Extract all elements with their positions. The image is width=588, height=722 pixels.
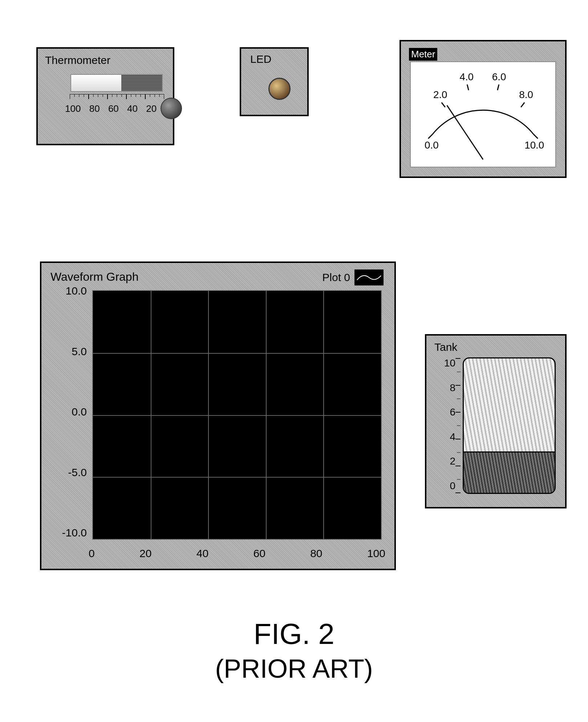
thermometer-indicator: Thermometer 100 80 60 40 20 0 [36,47,174,145]
tank-tick: 4 [437,431,455,443]
tank-scale-labels: 10 8 6 4 2 0 [437,357,455,492]
thermo-tick: 60 [108,103,119,114]
figure-subtitle: (PRIOR ART) [0,654,588,684]
svg-line-26 [521,102,524,107]
thermometer-bulb-icon [161,98,182,119]
x-tick: 40 [196,547,208,560]
y-tick: 10.0 [52,285,87,297]
svg-line-28 [447,105,483,159]
meter-dial-icon: 0.0 2.0 4.0 6.0 8.0 10.0 [411,62,555,167]
legend-swatch-icon [354,269,384,285]
waveform-graph: Waveform Graph Plot 0 10.0 5.0 0.0 -5.0 … [40,261,396,570]
svg-line-27 [534,134,538,139]
meter-tick: 0.0 [425,139,439,151]
tank-tick: 6 [437,406,455,418]
graph-x-axis-labels: 0 20 40 60 80 100 [89,547,385,560]
svg-line-24 [467,85,469,90]
meter-label: Meter [409,48,437,61]
x-tick: 20 [139,547,151,560]
tank-fill [464,451,555,493]
thermometer-tick-labels: 100 80 60 40 20 0 [65,103,170,114]
svg-line-25 [498,85,499,90]
meter-tick: 8.0 [519,89,533,100]
svg-line-23 [442,102,445,107]
tank-tick: 2 [437,455,455,467]
tank-body-icon [463,357,556,494]
legend-label: Plot 0 [322,271,350,284]
thermo-tick: 100 [65,103,81,114]
y-tick: -5.0 [52,466,87,479]
meter-face: 0.0 2.0 4.0 6.0 8.0 10.0 [410,61,556,167]
thermometer-label: Thermometer [45,54,110,66]
meter-indicator: Meter 0.0 2.0 4.0 6.0 8.0 10.0 [400,40,567,178]
thermo-tick: 20 [146,103,157,114]
x-tick: 100 [367,547,385,560]
thermo-tick: 80 [89,103,100,114]
thermometer-track [70,74,163,92]
led-icon [268,78,291,100]
meter-tick: 6.0 [492,71,506,82]
led-indicator: LED [240,47,309,116]
graph-legend: Plot 0 [322,269,384,285]
graph-label: Waveform Graph [50,270,138,284]
tank-tick: 8 [437,382,455,394]
svg-line-22 [428,134,433,139]
x-tick: 60 [253,547,265,560]
x-tick: 0 [89,547,95,560]
meter-tick: 10.0 [524,139,544,151]
tank-label: Tank [434,341,457,353]
figure-title: FIG. 2 [0,617,588,651]
tank-tick: 0 [437,480,455,492]
x-tick: 80 [310,547,322,560]
thermo-tick: 40 [127,103,138,114]
tank-indicator: Tank 10 8 6 4 2 0 [425,334,567,508]
thermometer-fill [121,75,162,91]
meter-tick: 4.0 [459,71,474,82]
y-tick: -10.0 [52,527,87,539]
y-tick: 5.0 [52,345,87,358]
led-label: LED [250,53,271,65]
tank-tick: 10 [437,357,455,369]
y-tick: 0.0 [52,406,87,418]
tank-scale-ticks [455,357,463,495]
graph-plot-area [92,290,382,540]
meter-tick: 2.0 [433,89,447,100]
graph-y-axis-labels: 10.0 5.0 0.0 -5.0 -10.0 [52,285,87,539]
